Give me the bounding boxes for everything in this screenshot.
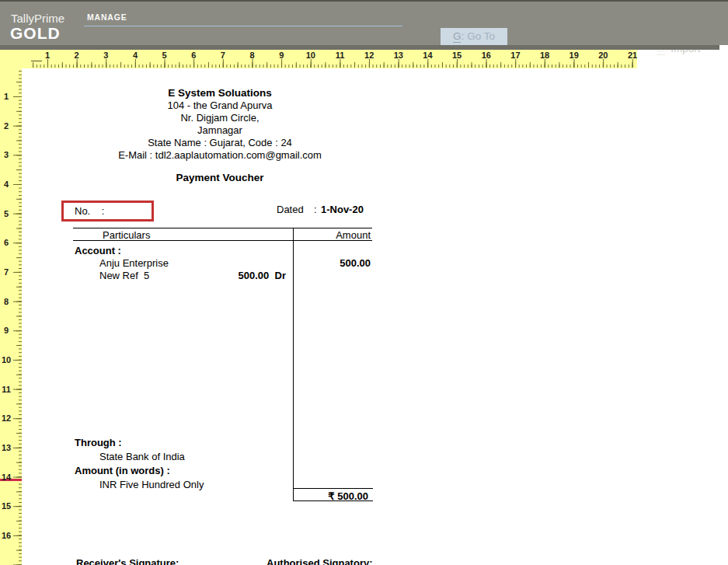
ruler-number: 13 — [2, 443, 11, 452]
ruler-number: 5 — [4, 209, 9, 218]
dated-label: Dated — [277, 204, 304, 215]
ruler-number: 13 — [394, 51, 403, 60]
go-to-button[interactable]: G:Go To — [441, 28, 507, 45]
ruler-number: 19 — [570, 51, 579, 60]
ruler-number: 16 — [482, 51, 491, 60]
ruler-number: 7 — [4, 267, 9, 277]
ruler-number: 20 — [598, 51, 608, 60]
ruler-number: 5 — [162, 51, 167, 60]
ruler-number: 9 — [4, 326, 9, 335]
ruler-number: 18 — [540, 51, 549, 60]
horizontal-ruler-ticks — [33, 59, 636, 68]
ruler-origin-mark — [31, 61, 42, 61]
dated-colon: : — [314, 204, 317, 215]
ruler-number: 3 — [4, 150, 9, 159]
company-address-line: Nr. Digjam Circle, — [64, 112, 375, 124]
company-address-line: Jamnagar — [64, 124, 375, 137]
ledger-name: Anju Enterprise — [99, 257, 169, 269]
company-address-block: E System Soluations 104 - the Grand Apur… — [64, 87, 375, 162]
authorised-signatory-label: Authorised Signatory: — [266, 557, 373, 565]
vertical-ruler: 12345678910111213141516 — [0, 68, 22, 565]
company-state-line: State Name : Gujarat, Code : 24 — [64, 137, 375, 149]
through-label: Through : — [75, 437, 122, 448]
ruler-number: 6 — [4, 238, 9, 247]
ruler-number: 16 — [2, 531, 11, 540]
menu-section-title: MANAGE — [87, 12, 127, 22]
ruler-number: 21 — [628, 51, 637, 60]
menu-item-export[interactable]: E: — [721, 31, 728, 66]
ruler-number: 6 — [191, 51, 196, 60]
horizontal-ruler: 123456789101112131415161718192021 — [0, 50, 637, 68]
ruler-number: 14 — [423, 51, 432, 60]
ruler-number: 17 — [510, 51, 520, 60]
ruler-number: 4 — [133, 51, 138, 60]
voucher-number-field: No. : — [75, 205, 104, 217]
through-value: State Bank of India — [99, 451, 185, 462]
dated-value: 1-Nov-20 — [321, 204, 364, 215]
ruler-number: 10 — [2, 355, 11, 364]
ruler-number: 1 — [4, 92, 9, 101]
company-email-line: E-Mail : tdl2.aaplautomation.com@gmail.c… — [64, 149, 375, 162]
ruler-number: 8 — [4, 297, 9, 306]
account-label: Account : — [75, 245, 121, 256]
ledger-amount: 500.00 — [294, 257, 371, 269]
ruler-number: 1 — [45, 51, 50, 60]
ruler-number: 11 — [2, 385, 11, 394]
app-logo-tallyprime: TallyPrime — [11, 12, 64, 25]
title-bar: TallyPrime GOLD MANAGE K:Company Y:Data … — [0, 0, 728, 45]
column-header-amount: Amount — [293, 229, 371, 241]
ruler-number: 14 — [2, 473, 11, 482]
ruler-number: 12 — [2, 413, 11, 423]
bill-reference: New Ref 5 — [99, 270, 149, 281]
menu-underline — [84, 26, 402, 26]
voucher-number-highlight-box: No. : — [61, 201, 154, 221]
column-header-particulars: Particulars — [103, 229, 150, 241]
ruler-number: 12 — [364, 51, 374, 60]
ruler-number: 9 — [279, 51, 284, 60]
table-top-line — [73, 228, 372, 228]
app-logo-gold: GOLD — [10, 24, 61, 43]
ruler-number: 4 — [4, 180, 9, 189]
ruler-number: 11 — [336, 51, 345, 60]
ruler-number: 8 — [249, 51, 254, 60]
ruler-number: 10 — [306, 51, 315, 60]
ruler-number: 2 — [4, 121, 9, 131]
ruler-number: 2 — [75, 51, 79, 60]
ruler-number: 15 — [452, 51, 462, 60]
company-address-line: 104 - the Grand Apurva — [64, 99, 375, 112]
print-preview-page: E System Soluations 104 - the Grand Apur… — [22, 68, 728, 565]
voucher-title: Payment Voucher — [64, 172, 375, 183]
go-to-label: Go To — [467, 30, 495, 42]
company-name: E System Soluations — [64, 87, 375, 99]
bill-reference-amount: 500.00 Dr — [162, 270, 286, 281]
vertical-ruler-ticks — [13, 68, 22, 565]
amount-in-words-value: INR Five Hundred Only — [99, 479, 204, 490]
ruler-number: 7 — [221, 51, 225, 60]
total-box-top-line — [293, 488, 373, 489]
ruler-number: 3 — [103, 51, 108, 60]
ruler-number: 15 — [2, 501, 11, 511]
receiver-signature-label: Receiver's Signature: — [76, 557, 179, 565]
table-header-line — [73, 240, 372, 241]
total-box-bottom-line — [293, 500, 373, 501]
shortcut-letter: G — [453, 30, 462, 43]
amount-in-words-label: Amount (in words) : — [75, 465, 170, 476]
